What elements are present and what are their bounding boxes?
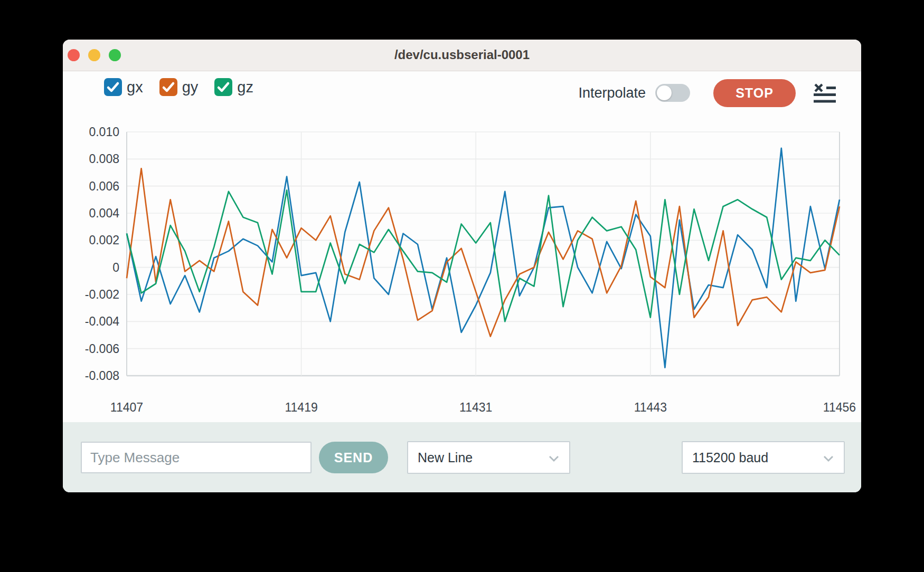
checkbox-icon[interactable] (159, 78, 177, 96)
series-toggles: gxgygz (104, 78, 253, 96)
svg-text:11456: 11456 (823, 401, 856, 414)
line-ending-select[interactable]: New Line (407, 441, 570, 474)
send-button[interactable]: SEND (319, 442, 388, 473)
checkbox-icon[interactable] (104, 78, 122, 96)
series-label: gz (237, 79, 253, 96)
checkbox-icon[interactable] (214, 78, 232, 96)
series-label: gx (127, 79, 143, 96)
line-ending-value: New Line (418, 450, 473, 465)
svg-text:11431: 11431 (459, 401, 492, 414)
svg-text:11443: 11443 (634, 401, 667, 414)
app-window: /dev/cu.usbserial-0001 gxgygz Interpolat… (63, 40, 861, 492)
chevron-down-icon (823, 450, 834, 465)
line-chart: 0.0100.0080.0060.0040.0020-0.002-0.004-0… (68, 124, 860, 422)
interpolate-toggle[interactable] (655, 84, 690, 102)
svg-text:-0.002: -0.002 (85, 288, 119, 301)
svg-text:0.004: 0.004 (89, 206, 119, 220)
svg-text:0.002: 0.002 (89, 233, 119, 247)
series-toggle-gz[interactable]: gz (214, 78, 253, 96)
series-toggle-gx[interactable]: gx (104, 78, 143, 96)
svg-text:-0.004: -0.004 (85, 314, 119, 328)
titlebar: /dev/cu.usbserial-0001 (63, 40, 861, 71)
bottom-bar: SEND New Line 115200 baud (63, 422, 861, 492)
svg-text:-0.008: -0.008 (85, 369, 119, 383)
chevron-down-icon (548, 450, 560, 465)
svg-text:11407: 11407 (110, 401, 143, 414)
window-title: /dev/cu.usbserial-0001 (63, 40, 861, 71)
message-input[interactable] (81, 442, 312, 473)
series-label: gy (182, 79, 199, 96)
baud-rate-value: 115200 baud (692, 450, 768, 465)
stop-button[interactable]: STOP (713, 79, 796, 107)
svg-text:-0.006: -0.006 (85, 342, 119, 356)
svg-text:0.010: 0.010 (89, 125, 119, 139)
baud-rate-select[interactable]: 115200 baud (682, 441, 845, 474)
series-toggle-gy[interactable]: gy (159, 78, 199, 96)
svg-text:11419: 11419 (285, 401, 317, 414)
svg-text:0.006: 0.006 (89, 179, 119, 193)
svg-text:0.008: 0.008 (89, 152, 119, 166)
svg-text:0: 0 (112, 261, 119, 274)
clear-list-icon[interactable] (814, 83, 836, 103)
toggle-knob (657, 85, 672, 100)
interpolate-label: Interpolate (578, 85, 646, 101)
toolbar-right: Interpolate STOP (578, 78, 836, 108)
